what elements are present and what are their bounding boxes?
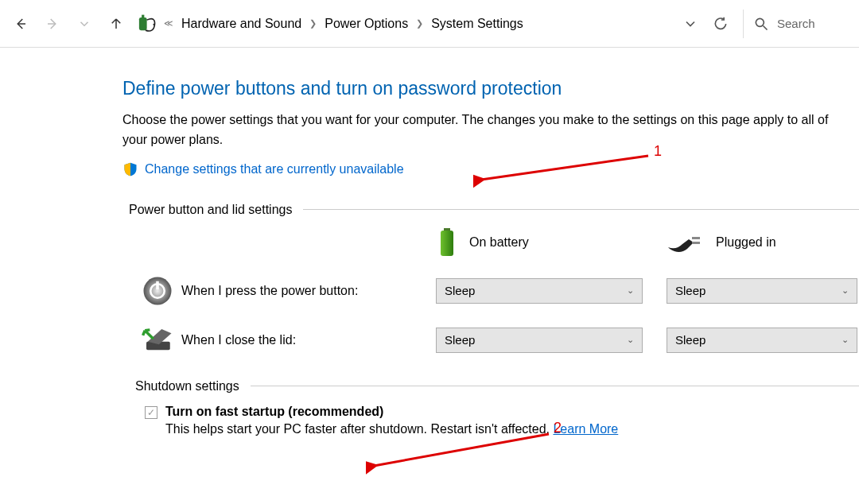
dropdown-lid-plugged[interactable]: Sleep⌄: [667, 328, 857, 353]
column-plugged-label: Plugged in: [716, 235, 776, 250]
svg-rect-1: [142, 14, 144, 17]
breadcrumb-hardware[interactable]: Hardware and Sound: [181, 17, 301, 31]
search-icon: [753, 16, 769, 32]
column-plugged: Plugged in: [667, 233, 857, 252]
section-power-lid-label: Power button and lid settings: [129, 203, 292, 217]
annotation-number-1: 1: [654, 143, 662, 160]
column-battery-label: On battery: [469, 235, 529, 250]
dropdown-power-battery[interactable]: Sleep⌄: [436, 278, 643, 304]
chevron-right-icon: ❯: [416, 18, 423, 29]
chevron-down-icon: ⌄: [627, 285, 634, 296]
toolbar: ≪ Hardware and Sound ❯ Power Options ❯ S…: [0, 0, 859, 48]
up-button[interactable]: [102, 10, 130, 38]
power-options-icon: [135, 14, 156, 34]
main-content: Define power buttons and turn on passwor…: [0, 48, 859, 436]
divider: [251, 386, 859, 386]
chevron-down-icon: ⌄: [842, 335, 849, 345]
forward-button[interactable]: [38, 10, 67, 38]
row-power-button-label: When I press the power button:: [181, 284, 436, 298]
svg-rect-0: [139, 17, 147, 29]
dropdown-chevron-icon[interactable]: [682, 16, 698, 32]
shield-icon: [122, 161, 138, 177]
dropdown-lid-plugged-value: Sleep: [675, 333, 705, 347]
back-button[interactable]: [6, 10, 35, 38]
column-battery: On battery: [436, 227, 643, 258]
svg-rect-6: [692, 237, 700, 239]
power-button-icon: [134, 274, 181, 308]
row-close-lid-label: When I close the lid:: [181, 333, 436, 347]
chevron-down-icon: ⌄: [627, 335, 634, 345]
refresh-icon[interactable]: [713, 16, 729, 32]
change-settings-text: Change settings that are currently unava…: [145, 162, 404, 176]
chevron-right-icon: ❯: [309, 18, 317, 29]
divider: [303, 209, 859, 210]
breadcrumb-system-settings[interactable]: System Settings: [431, 17, 523, 31]
dropdown-lid-battery[interactable]: Sleep⌄: [436, 328, 643, 353]
svg-rect-10: [156, 281, 159, 289]
fast-startup-label: Turn on fast startup (recommended): [165, 405, 383, 419]
search-placeholder: Search: [777, 17, 815, 30]
svg-point-2: [153, 23, 154, 25]
fast-startup-checkbox[interactable]: ✓: [145, 406, 157, 419]
annotation-arrow-2: [366, 429, 565, 477]
dropdown-lid-battery-value: Sleep: [445, 333, 475, 347]
section-shutdown-label: Shutdown settings: [135, 379, 239, 394]
dropdown-power-battery-value: Sleep: [445, 284, 475, 297]
chevron-left-icon[interactable]: ≪: [164, 18, 173, 29]
plug-icon: [667, 233, 705, 252]
svg-point-3: [756, 18, 764, 26]
recent-dropdown[interactable]: [70, 10, 99, 38]
close-lid-icon: [134, 324, 181, 357]
page-description: Choose the power settings that you want …: [122, 110, 854, 150]
breadcrumb-power-options[interactable]: Power Options: [325, 17, 408, 31]
svg-line-13: [374, 434, 549, 466]
svg-rect-5: [441, 231, 453, 256]
section-power-lid: Power button and lid settings: [129, 203, 859, 217]
svg-rect-7: [692, 242, 700, 244]
search-input[interactable]: Search: [743, 10, 846, 38]
power-grid: On battery Plugged in When I press the p…: [134, 227, 859, 357]
change-settings-link[interactable]: Change settings that are currently unava…: [122, 161, 859, 177]
dropdown-power-plugged-value: Sleep: [675, 284, 705, 297]
dropdown-power-plugged[interactable]: Sleep⌄: [667, 278, 857, 304]
breadcrumb: ≪ Hardware and Sound ❯ Power Options ❯ S…: [164, 17, 679, 31]
section-shutdown: Shutdown settings: [135, 379, 859, 394]
battery-icon: [436, 227, 458, 258]
chevron-down-icon: ⌄: [842, 285, 849, 296]
fast-startup-help: This helps start your PC faster after sh…: [165, 422, 550, 436]
learn-more-link[interactable]: Learn More: [553, 422, 618, 436]
annotation-number-2: 2: [554, 420, 562, 436]
page-title: Define power buttons and turn on passwor…: [122, 78, 859, 99]
